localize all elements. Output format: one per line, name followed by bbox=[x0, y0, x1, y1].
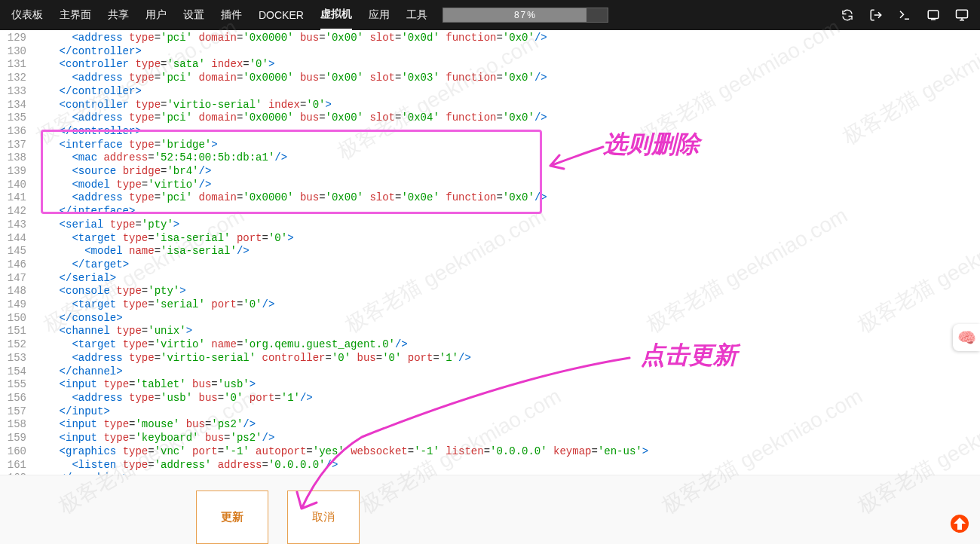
nav-item-0[interactable]: 仪表板 bbox=[11, 1, 43, 29]
progress-bar: 87% bbox=[443, 8, 608, 23]
nav-item-8[interactable]: 应用 bbox=[369, 1, 390, 29]
nav-item-7[interactable]: 虚拟机 bbox=[320, 0, 352, 30]
update-button[interactable]: 更新 bbox=[196, 491, 268, 544]
nav-item-2[interactable]: 共享 bbox=[108, 1, 129, 29]
code-line[interactable]: 140 <model type='virtio'/> bbox=[0, 179, 980, 192]
code-line[interactable]: 137 <interface type='bridge'> bbox=[0, 139, 980, 152]
code-line[interactable]: 155 <input type='tablet' bus='usb'> bbox=[0, 378, 980, 392]
code-line[interactable]: 144 <target type='isa-serial' port='0'> bbox=[0, 232, 980, 246]
code-line[interactable]: 135 <address type='pci' domain='0x0000' … bbox=[0, 112, 980, 125]
nav-item-1[interactable]: 主界面 bbox=[60, 1, 91, 29]
code-line[interactable]: 146 </target> bbox=[0, 258, 980, 272]
xml-editor[interactable]: 129 <address type='pci' domain='0x0000' … bbox=[0, 30, 980, 475]
feedback-icon[interactable] bbox=[926, 8, 940, 22]
svg-rect-1 bbox=[957, 10, 968, 18]
toolbar-icons bbox=[841, 8, 969, 22]
code-line[interactable]: 141 <address type='pci' domain='0x0000' … bbox=[0, 191, 980, 205]
code-line[interactable]: 152 <target type='virtio' name='org.qemu… bbox=[0, 338, 980, 352]
code-line[interactable]: 151 <channel type='unix'> bbox=[0, 325, 980, 338]
code-line[interactable]: 132 <address type='pci' domain='0x0000' … bbox=[0, 72, 980, 85]
code-line[interactable]: 134 <controller type='virtio-serial' ind… bbox=[0, 99, 980, 112]
code-line[interactable]: 136 </controller> bbox=[0, 125, 980, 139]
nav-item-6[interactable]: DOCKER bbox=[259, 2, 304, 29]
terminal-icon[interactable] bbox=[898, 8, 911, 22]
code-line[interactable]: 142 </interface> bbox=[0, 205, 980, 219]
ai-assistant-icon[interactable]: 🧠 bbox=[953, 324, 980, 351]
code-line[interactable]: 153 <address type='virtio-serial' contro… bbox=[0, 352, 980, 365]
code-line[interactable]: 158 <input type='mouse' bus='ps2'/> bbox=[0, 418, 980, 432]
code-line[interactable]: 147 </serial> bbox=[0, 272, 980, 286]
code-line[interactable]: 131 <controller type='sata' index='0'> bbox=[0, 58, 980, 72]
code-line[interactable]: 161 <listen type='address' address='0.0.… bbox=[0, 459, 980, 472]
nav-item-4[interactable]: 设置 bbox=[183, 1, 204, 29]
code-line[interactable]: 129 <address type='pci' domain='0x0000' … bbox=[0, 32, 980, 45]
code-line[interactable]: 150 </console> bbox=[0, 312, 980, 325]
code-line[interactable]: 159 <input type='keyboard' bus='ps2'/> bbox=[0, 432, 980, 445]
code-line[interactable]: 148 <console type='pty'> bbox=[0, 285, 980, 298]
nav-item-5[interactable]: 插件 bbox=[221, 1, 242, 29]
monitor-icon[interactable] bbox=[955, 8, 969, 22]
svg-rect-0 bbox=[928, 11, 939, 19]
code-line[interactable]: 145 <model name='isa-serial'/> bbox=[0, 245, 980, 258]
code-line[interactable]: 143 <serial type='pty'> bbox=[0, 219, 980, 232]
code-line[interactable]: 157 </input> bbox=[0, 405, 980, 419]
code-line[interactable]: 149 <target type='serial' port='0'/> bbox=[0, 298, 980, 312]
progress-text: 87% bbox=[443, 10, 608, 20]
refresh-icon[interactable] bbox=[841, 8, 854, 22]
code-line[interactable]: 156 <address type='usb' bus='0' port='1'… bbox=[0, 392, 980, 405]
nav-item-9[interactable]: 工具 bbox=[406, 1, 427, 29]
nav-menu: 仪表板主界面共享用户设置插件DOCKER虚拟机应用工具 bbox=[11, 0, 427, 30]
logout-icon[interactable] bbox=[869, 8, 883, 22]
code-line[interactable]: 130 </controller> bbox=[0, 45, 980, 59]
code-line[interactable]: 133 </controller> bbox=[0, 85, 980, 99]
code-line[interactable]: 138 <mac address='52:54:00:5b:db:a1'/> bbox=[0, 151, 980, 165]
bottom-bar: 更新 取消 bbox=[0, 475, 980, 544]
scroll-top-button[interactable] bbox=[951, 515, 969, 533]
nav-item-3[interactable]: 用户 bbox=[145, 1, 167, 29]
top-navbar: 仪表板主界面共享用户设置插件DOCKER虚拟机应用工具 87% bbox=[0, 0, 980, 30]
code-line[interactable]: 154 </channel> bbox=[0, 365, 980, 379]
code-line[interactable]: 139 <source bridge='br4'/> bbox=[0, 165, 980, 179]
code-line[interactable]: 160 <graphics type='vnc' port='-1' autop… bbox=[0, 445, 980, 459]
cancel-button[interactable]: 取消 bbox=[287, 491, 360, 544]
